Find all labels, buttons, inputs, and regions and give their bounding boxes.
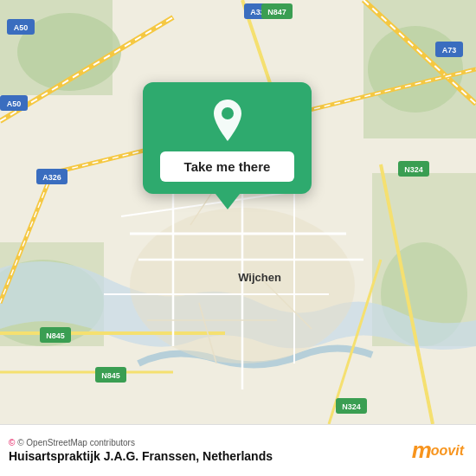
osm-credit-text: © OpenStreetMap contributors — [17, 438, 135, 447]
svg-text:A73: A73 — [442, 46, 457, 55]
svg-point-31 — [222, 107, 234, 119]
bottom-left: © © OpenStreetMap contributors Huisartsp… — [9, 438, 273, 463]
location-pin-icon — [209, 98, 247, 143]
svg-text:N847: N847 — [267, 8, 286, 16]
svg-point-6 — [368, 26, 463, 113]
moovit-text: oovit — [431, 443, 464, 459]
svg-text:A50: A50 — [14, 23, 29, 32]
svg-text:N845: N845 — [46, 331, 65, 340]
popup-tail — [215, 194, 240, 209]
popup-box: Take me there — [143, 82, 312, 194]
place-name: Huisartspraktijk J.A.G. Franssen, Nether… — [9, 449, 273, 463]
moovit-m: m — [412, 437, 431, 464]
popup: Take me there — [143, 82, 312, 209]
map-svg: A50 A50 A73 A326 A326 N847 N324 N324 N84… — [0, 0, 476, 424]
svg-text:A326: A326 — [42, 173, 61, 182]
svg-text:A50: A50 — [7, 100, 22, 108]
svg-text:N324: N324 — [342, 402, 361, 411]
svg-text:N324: N324 — [404, 165, 423, 174]
bottom-bar: © © OpenStreetMap contributors Huisartsp… — [0, 424, 476, 476]
svg-text:N845: N845 — [101, 371, 120, 380]
take-me-there-button[interactable]: Take me there — [160, 151, 294, 182]
moovit-logo: moovit — [412, 437, 464, 464]
map-container: A50 A50 A73 A326 A326 N847 N324 N324 N84… — [0, 0, 476, 424]
osm-credit: © © OpenStreetMap contributors — [9, 438, 273, 447]
svg-text:Wijchen: Wijchen — [238, 271, 281, 284]
